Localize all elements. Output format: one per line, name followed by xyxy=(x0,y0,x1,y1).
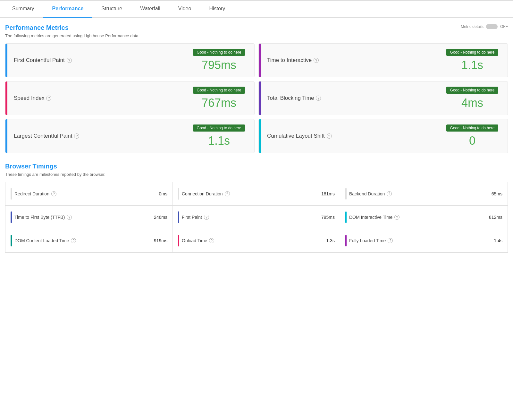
timing-help-dom-interactive[interactable]: ? xyxy=(394,215,399,220)
timing-help-connection[interactable]: ? xyxy=(225,191,230,196)
metric-badge-tbt: Good - Nothing to do here xyxy=(446,87,499,94)
metric-card-inner-lcp: Largest Contentful Paint?Good - Nothing … xyxy=(7,119,254,153)
timing-help-dom-content-loaded[interactable]: ? xyxy=(71,238,76,243)
metric-badge-tti: Good - Nothing to do here xyxy=(446,49,499,56)
tab-performance[interactable]: Performance xyxy=(43,1,92,18)
metric-card-cls: Cumulative Layout Shift?Good - Nothing t… xyxy=(258,119,508,153)
metric-value-block-tti: Good - Nothing to do here1.1s xyxy=(443,49,501,72)
browser-timings-section: Browser Timings These timings are milest… xyxy=(5,163,508,253)
metric-card-inner-cls: Cumulative Layout Shift?Good - Nothing t… xyxy=(261,119,508,153)
metric-value-lcp: 1.1s xyxy=(190,134,248,148)
timing-cell-dom-interactive: DOM Interactive Time?812ms xyxy=(340,206,508,229)
metric-badge-lcp: Good - Nothing to do here xyxy=(193,124,245,132)
browser-timings-desc: These timings are milestones reported by… xyxy=(5,172,508,177)
timing-info-dom-content-loaded: DOM Content Loaded Time? xyxy=(14,238,151,243)
timing-value-connection: 181ms xyxy=(321,191,335,196)
tab-history[interactable]: History xyxy=(200,1,234,18)
timing-help-fully-loaded[interactable]: ? xyxy=(388,238,393,243)
timing-name-redirect: Redirect Duration xyxy=(14,191,49,196)
timing-name-backend: Backend Duration xyxy=(349,191,385,196)
timing-info-redirect: Redirect Duration? xyxy=(14,191,156,196)
timing-info-connection: Connection Duration? xyxy=(182,191,319,196)
metric-help-lcp[interactable]: ? xyxy=(74,133,79,139)
metric-badge-si: Good - Nothing to do here xyxy=(193,87,245,94)
metric-name-lcp: Largest Contentful Paint? xyxy=(14,133,79,139)
timing-value-first-paint: 795ms xyxy=(321,215,335,220)
metric-value-block-cls: Good - Nothing to do here0 xyxy=(443,124,501,148)
timing-name-fully-loaded: Fully Loaded Time xyxy=(349,238,386,243)
timing-help-onload[interactable]: ? xyxy=(209,238,214,243)
timing-value-dom-interactive: 812ms xyxy=(489,215,502,220)
metric-name-tbt: Total Blocking Time? xyxy=(267,95,321,101)
timing-cell-ttfb: Time to First Byte (TTFB)?246ms xyxy=(5,206,173,229)
metric-name-tti: Time to Interactive? xyxy=(267,57,319,64)
metric-card-tbt: Total Blocking Time?Good - Nothing to do… xyxy=(258,81,508,115)
metric-help-tti[interactable]: ? xyxy=(314,58,319,63)
timing-cell-onload: Onload Time?1.3s xyxy=(173,229,340,253)
timing-name-connection: Connection Duration xyxy=(182,191,223,196)
tab-structure[interactable]: Structure xyxy=(92,1,131,18)
timing-help-backend[interactable]: ? xyxy=(387,191,392,196)
metric-value-tti: 1.1s xyxy=(443,58,501,72)
timing-value-onload: 1.3s xyxy=(326,238,335,243)
timing-help-ttfb[interactable]: ? xyxy=(67,215,72,220)
metric-help-fcp[interactable]: ? xyxy=(67,58,72,63)
timing-info-dom-interactive: DOM Interactive Time? xyxy=(349,215,486,220)
tab-video[interactable]: Video xyxy=(169,1,200,18)
timing-value-backend: 65ms xyxy=(492,191,502,196)
metric-details-toggle-row: Metric details OFF xyxy=(461,24,508,29)
metric-badge-fcp: Good - Nothing to do here xyxy=(193,49,245,56)
timing-info-onload: Onload Time? xyxy=(182,238,324,243)
timing-bar-fully-loaded xyxy=(345,235,347,246)
metric-value-fcp: 795ms xyxy=(190,58,248,72)
browser-timings-title: Browser Timings xyxy=(5,163,508,170)
metric-value-cls: 0 xyxy=(443,134,501,148)
performance-metrics-desc: The following metrics are generated usin… xyxy=(5,33,139,38)
timing-value-ttfb: 246ms xyxy=(154,215,167,220)
metric-card-lcp: Largest Contentful Paint?Good - Nothing … xyxy=(5,119,255,153)
tab-waterfall[interactable]: Waterfall xyxy=(131,1,169,18)
timing-cell-connection: Connection Duration?181ms xyxy=(173,182,340,206)
metric-help-cls[interactable]: ? xyxy=(327,133,332,139)
metric-help-tbt[interactable]: ? xyxy=(316,96,321,101)
metric-name-si: Speed Index? xyxy=(14,95,51,101)
timing-bar-connection xyxy=(178,188,179,200)
metric-card-inner-si: Speed Index?Good - Nothing to do here767… xyxy=(7,81,254,115)
timing-cell-redirect: Redirect Duration?0ms xyxy=(5,182,173,206)
timing-help-first-paint[interactable]: ? xyxy=(204,215,209,220)
metric-value-block-tbt: Good - Nothing to do here4ms xyxy=(443,87,501,110)
timings-grid: Redirect Duration?0msConnection Duration… xyxy=(5,182,508,253)
timing-name-dom-content-loaded: DOM Content Loaded Time xyxy=(14,238,69,243)
metric-name-fcp: First Contentful Paint? xyxy=(14,57,72,64)
metric-card-tti: Time to Interactive?Good - Nothing to do… xyxy=(258,43,508,77)
metric-card-inner-fcp: First Contentful Paint?Good - Nothing to… xyxy=(7,44,254,77)
metric-help-si[interactable]: ? xyxy=(46,96,51,101)
timing-name-first-paint: First Paint xyxy=(182,215,202,220)
timing-name-ttfb: Time to First Byte (TTFB) xyxy=(14,215,65,220)
metric-value-block-fcp: Good - Nothing to do here795ms xyxy=(190,49,248,72)
timing-cell-dom-content-loaded: DOM Content Loaded Time?919ms xyxy=(5,229,173,253)
timing-name-dom-interactive: DOM Interactive Time xyxy=(349,215,392,220)
timing-cell-fully-loaded: Fully Loaded Time?1.4s xyxy=(340,229,508,253)
tab-summary[interactable]: Summary xyxy=(3,1,43,18)
timing-value-fully-loaded: 1.4s xyxy=(494,238,502,243)
metric-card-si: Speed Index?Good - Nothing to do here767… xyxy=(5,81,255,115)
metric-value-block-lcp: Good - Nothing to do here1.1s xyxy=(190,124,248,148)
metric-badge-cls: Good - Nothing to do here xyxy=(446,124,499,132)
metric-details-toggle[interactable] xyxy=(486,24,498,29)
timing-value-redirect: 0ms xyxy=(159,191,167,196)
metric-value-tbt: 4ms xyxy=(443,96,501,110)
timing-cell-first-paint: First Paint?795ms xyxy=(173,206,340,229)
timing-bar-first-paint xyxy=(178,211,179,223)
timing-info-first-paint: First Paint? xyxy=(182,215,319,220)
timing-info-backend: Backend Duration? xyxy=(349,191,489,196)
metric-card-inner-tbt: Total Blocking Time?Good - Nothing to do… xyxy=(261,81,508,115)
timing-bar-onload xyxy=(178,235,179,246)
metric-details-label: Metric details xyxy=(461,24,484,29)
timing-bar-redirect xyxy=(11,188,12,200)
metric-name-cls: Cumulative Layout Shift? xyxy=(267,133,332,139)
timing-bar-backend xyxy=(345,188,347,200)
tab-list: SummaryPerformanceStructureWaterfallVide… xyxy=(0,1,513,18)
timing-help-redirect[interactable]: ? xyxy=(51,191,56,196)
metrics-grid: First Contentful Paint?Good - Nothing to… xyxy=(5,43,508,153)
